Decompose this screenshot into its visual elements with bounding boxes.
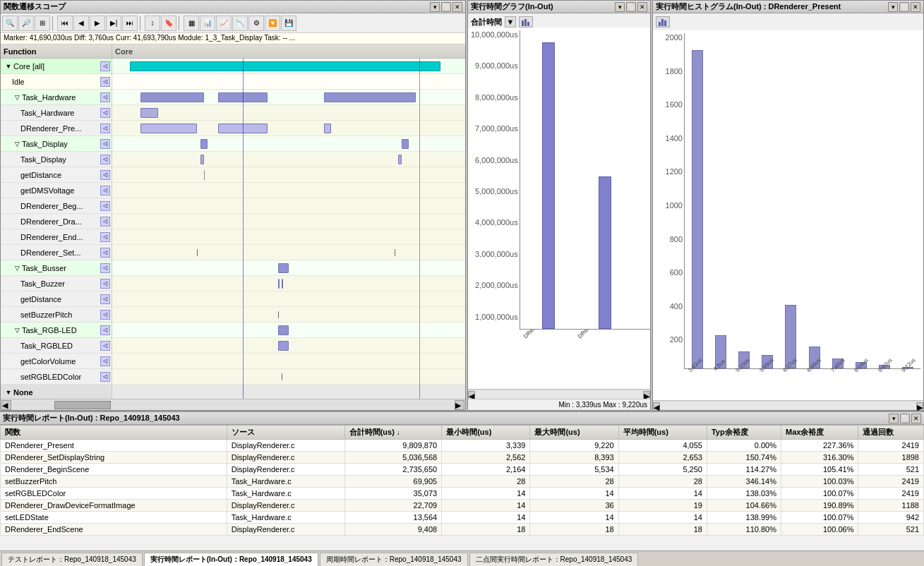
hist-button[interactable]: 📉 [232,16,248,31]
zoom-fit-button[interactable]: ⊞ [35,16,50,31]
chart-close-btn[interactable]: ✕ [637,2,647,12]
pin-button[interactable]: ▾ [430,2,440,12]
th-min[interactable]: 最小時間(us) [442,426,530,440]
marker-button[interactable]: 🔖 [161,16,176,31]
hist-scroll-right[interactable]: ▶ [916,402,923,409]
item-task-busser-group[interactable]: ▽ Task_Busser ◁ [1,260,112,276]
report-table-container[interactable]: 関数 ソース 合計時間(us) ↓ 最小時間(us) 最大時間(us) 平均時間… [0,425,924,550]
hist-hscroll[interactable]: ◀ ▶ [653,400,923,410]
table-row[interactable]: DRenderer_Present DisplayRenderer.c 9,80… [1,440,924,452]
export-button[interactable]: 💾 [281,16,296,31]
prev2-button[interactable]: ◀ [73,16,89,31]
close-button[interactable]: ✕ [452,2,462,12]
graph-button[interactable]: 📈 [216,16,232,31]
label-setbuzzerpitch: setBuzzerPitch [20,311,100,319]
chart-scroll-track[interactable] [475,391,643,398]
bottom-close-btn[interactable]: ✕ [911,414,921,423]
play-button[interactable]: ▶ [90,16,105,31]
waveform-button[interactable]: 📊 [200,16,215,31]
bottom-float-btn[interactable]: ⬜ [900,414,910,423]
scroll-left-btn[interactable]: ◀ [1,400,11,410]
hist-pin-btn[interactable]: ▾ [888,2,898,12]
hist-close-btn[interactable]: ✕ [911,2,920,12]
item-task-display[interactable]: Task_Display ◁ [1,152,112,167]
item-drenderer-set[interactable]: DRenderer_Set... ◁ [1,245,112,260]
td-func: DRenderer_Present [1,440,227,452]
chart-bar-icon[interactable] [519,16,533,28]
th-avg[interactable]: 平均時間(us) [618,426,707,440]
item-drenderer-beg[interactable]: DRenderer_Beg... ◁ [1,198,112,214]
td-avg: 2,653 [618,452,707,464]
item-core-all[interactable]: ▼ Core [all] ◁ [1,59,112,74]
item-task-rgb-group[interactable]: ▽ Task_RGB-LED ◁ [1,323,112,338]
float-button[interactable]: ⬜ [441,2,451,12]
chart-dropdown-btn[interactable]: ▼ [505,16,516,28]
tl-getcolorvolume [112,354,465,369]
th-typ[interactable]: Typ余裕度 [707,426,781,440]
item-task-display-group[interactable]: ▽ Task_Display ◁ [1,136,112,152]
item-getdmsvoltage[interactable]: getDMSVoltage ◁ [1,183,112,198]
tab-period-report[interactable]: 周期時間レポート：Repo_140918_145043 [320,553,468,566]
tab-execution-report[interactable]: 実行時間レポート(In-Out)：Repo_140918_145043 [144,553,318,566]
item-setbuzzerpitch[interactable]: setBuzzerPitch ◁ [1,307,112,323]
chart-scroll-left[interactable]: ◀ [468,391,475,398]
zoom-out-button[interactable]: 🔎 [18,16,34,31]
panel-chart-title: 実行時間グラフ(In-Out) [471,1,615,12]
item-idle[interactable]: Idle ◁ [1,74,112,90]
zoom-in-button[interactable]: 🔍 [2,16,18,31]
prev-button[interactable]: ⏮ [57,16,73,31]
chart-float-btn[interactable]: ⬜ [626,2,636,12]
scroll-right-btn[interactable]: ▶ [455,400,464,410]
hist-scroll-left[interactable]: ◀ [653,402,660,409]
table-row[interactable]: DRenderer_EndScene DisplayRenderer.c 9,4… [1,524,924,536]
table-row[interactable]: DRenderer_BeginScene DisplayRenderer.c 2… [1,464,924,476]
item-getdistance1[interactable]: getDistance ◁ [1,167,112,183]
tab-test-report[interactable]: テストレポート：Repo_140918_145043 [1,553,143,566]
cursor-button[interactable]: ↕ [145,16,160,31]
item-none[interactable]: ▼ None [1,385,112,399]
table-row[interactable]: DRenderer_SetDisplayString DisplayRender… [1,452,924,464]
hist-scroll-track[interactable] [660,402,916,409]
icon-task-rgb-group: ◁ [100,325,110,335]
tab-twopoint-report[interactable]: 二点間実行時間レポート：Repo_140918_145043 [469,553,639,566]
item-drenderer-end[interactable]: DRenderer_End... ◁ [1,229,112,245]
item-drenderer-dra[interactable]: DRenderer_Dra... ◁ [1,214,112,229]
label-drenderer-dra: DRenderer_Dra... [20,217,100,226]
table-row[interactable]: setBuzzerPitch Task_Hardware.c 69,905 28… [1,476,924,488]
th-max-margin[interactable]: Max余裕度 [781,426,858,440]
hist-bar-icon[interactable] [656,16,670,28]
th-func[interactable]: 関数 [1,426,227,440]
th-count[interactable]: 通過回数 [858,426,924,440]
settings-button[interactable]: ⚙ [248,16,264,31]
bottom-pin-btn[interactable]: ▾ [889,414,899,423]
hist-float-btn[interactable]: ⬜ [899,2,909,12]
chart-pin-btn[interactable]: ▾ [615,2,625,12]
chart-bars-area: DRenderer_Present DRenderer_setDisplaySt… [520,30,650,386]
item-task-buzzer[interactable]: Task_Buzzer ◁ [1,276,112,291]
chart-hscroll[interactable]: ◀ ▶ [468,389,650,399]
filter-button[interactable]: 🔽 [265,16,280,31]
table-row[interactable]: setRGBLEDColor Task_Hardware.c 35,073 14… [1,488,924,500]
hist-bars-area: 3.92us 4.5us 5.10us 5.69us 6.27us 6.86us… [684,33,920,397]
h-scrollbar[interactable]: ◀ ▶ [1,399,465,410]
item-task-hardware[interactable]: Task_Hardware ◁ [1,105,112,121]
item-drenderer-pre[interactable]: DRenderer_Pre... ◁ [1,121,112,136]
th-source[interactable]: ソース [227,426,344,440]
table-row[interactable]: DRenderer_DrawDeviceFormatImage DisplayR… [1,500,924,512]
td-min: 2,164 [442,464,530,476]
item-setrgbledcolor[interactable]: setRGBLEDColor ◁ [1,369,112,385]
th-max[interactable]: 最大時間(us) [530,426,618,440]
th-total[interactable]: 合計時間(us) ↓ [344,426,442,440]
tl-drenderer-dra [112,214,465,229]
table-row[interactable]: setLEDState Task_Hardware.c 13,564 14 14… [1,512,924,524]
scroll-thumb[interactable] [54,401,111,409]
item-task-hardware-group[interactable]: ▽ Task_Hardware ◁ [1,90,112,105]
select-button[interactable]: ▦ [184,16,199,31]
item-getdistance2[interactable]: getDistance ◁ [1,291,112,307]
next2-button[interactable]: ⏭ [122,16,138,31]
item-task-rgbled[interactable]: Task_RGBLED ◁ [1,338,112,354]
next-button[interactable]: ▶| [106,16,121,31]
chart-scroll-right[interactable]: ▶ [643,391,650,398]
item-getcolorvolume[interactable]: getColorVolume ◁ [1,354,112,369]
tl-task-hw-group [112,90,465,105]
